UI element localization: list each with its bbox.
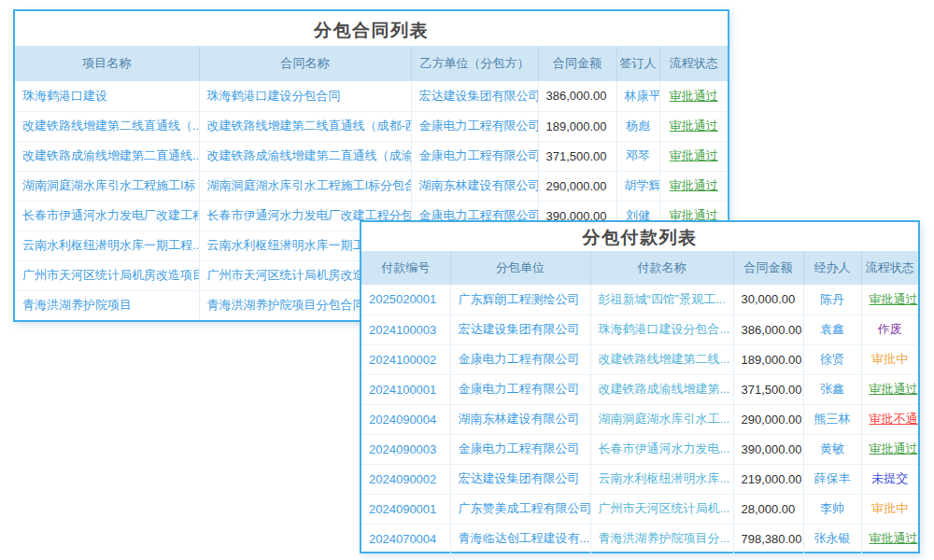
cell-payment-no[interactable]: 2024070004 — [361, 524, 450, 553]
cell-subcontractor-unit[interactable]: 湖南东林建设有限公司 — [450, 404, 590, 434]
cell-contract-amount: 390,000.00 — [733, 434, 803, 464]
cell-process-status[interactable]: 审批通过 — [659, 81, 728, 111]
cell-subcontractor-unit[interactable]: 宏达建设集团有限公司 — [450, 464, 590, 494]
cell-subcontractor-unit[interactable]: 广东赞美成工程有限公司 — [450, 494, 590, 524]
cell-project-name[interactable]: 广州市天河区统计局机房改造项目 — [15, 260, 199, 290]
payment-table-title: 分包付款列表 — [361, 222, 918, 251]
cell-process-status[interactable]: 审批中 — [861, 494, 918, 524]
cell-process-status[interactable]: 审批通过 — [861, 374, 918, 404]
cell-subcontractor-unit[interactable]: 宏达建设集团有限公司 — [450, 315, 590, 344]
cell-contract-amount: 30,000.00 — [733, 285, 803, 315]
table-row: 湖南洞庭湖水库引水工程施工I标湖南洞庭湖水库引水工程施工I标分包合同湖南东林建设… — [15, 171, 728, 201]
cell-signer[interactable]: 胡学辉 — [616, 171, 659, 201]
payment-table: 付款编号 分包单位 付款名称 合同金额 经办人 流程状态 2025020001广… — [361, 251, 918, 553]
cell-contract-name[interactable]: 珠海鹤港口建设分包合同 — [199, 81, 411, 111]
cell-contract-name[interactable]: 改建铁路线增建第二线直通线（成都-西... — [199, 111, 411, 141]
table-row: 改建铁路线增建第二线直通线（...改建铁路线增建第二线直通线（成都-西...金康… — [15, 111, 728, 141]
cell-project-name[interactable]: 改建铁路线增建第二线直通线（... — [15, 111, 199, 141]
col-party-b-unit: 乙方单位（分包方） — [411, 46, 538, 81]
table-row: 2024100001金康电力工程有限公司改建铁路成渝线增建第...371,500… — [361, 374, 918, 404]
cell-payment-no[interactable]: 2025020001 — [361, 285, 450, 315]
cell-contract-amount: 189,000.00 — [733, 344, 803, 374]
cell-handler[interactable]: 张永银 — [803, 524, 861, 553]
col-process-status: 流程状态 — [861, 251, 918, 285]
cell-payment-no[interactable]: 2024090003 — [361, 434, 450, 464]
cell-handler[interactable]: 熊三林 — [803, 404, 861, 434]
cell-contract-amount: 386,000.00 — [733, 315, 803, 344]
cell-signer[interactable]: 林康平 — [616, 81, 659, 111]
cell-project-name[interactable]: 青海洪湖养护院项目 — [15, 290, 199, 320]
cell-contract-amount: 290,000.00 — [538, 171, 616, 201]
cell-process-status[interactable]: 未提交 — [861, 464, 918, 494]
cell-handler[interactable]: 张鑫 — [803, 374, 861, 404]
cell-contract-amount: 290,000.00 — [733, 404, 803, 434]
col-handler: 经办人 — [803, 251, 861, 285]
cell-payment-no[interactable]: 2024090001 — [361, 494, 450, 524]
cell-payment-name[interactable]: 青海洪湖养护院项目分... — [590, 524, 733, 553]
cell-subcontractor-unit[interactable]: 青海临达创工程建设有... — [450, 524, 590, 553]
table-row: 2024090003金康电力工程有限公司长春市伊通河水力发电...390,000… — [361, 434, 918, 464]
cell-subcontractor-unit[interactable]: 广东辉朗工程测绘公司 — [450, 285, 590, 315]
cell-contract-amount: 798,380.00 — [733, 524, 803, 553]
cell-contract-name[interactable]: 湖南洞庭湖水库引水工程施工I标分包合同 — [199, 171, 411, 201]
cell-handler[interactable]: 薛保丰 — [803, 464, 861, 494]
cell-payment-name[interactable]: 改建铁路成渝线增建第... — [590, 374, 733, 404]
contract-table-title: 分包合同列表 — [15, 11, 728, 46]
cell-party-b-unit[interactable]: 金康电力工程有限公司 — [411, 111, 538, 141]
cell-party-b-unit[interactable]: 湖南东林建设有限公司 — [411, 171, 538, 201]
cell-project-name[interactable]: 珠海鹤港口建设 — [15, 81, 199, 111]
cell-process-status[interactable]: 审批通过 — [659, 111, 728, 141]
cell-handler[interactable]: 袁鑫 — [803, 315, 861, 344]
cell-process-status[interactable]: 审批不通过 — [861, 404, 918, 434]
cell-signer[interactable]: 杨彪 — [616, 111, 659, 141]
cell-payment-name[interactable]: 长春市伊通河水力发电... — [590, 434, 733, 464]
cell-process-status[interactable]: 审批通过 — [659, 141, 728, 171]
cell-handler[interactable]: 徐贤 — [803, 344, 861, 374]
col-signer: 签订人 — [616, 46, 659, 81]
cell-payment-no[interactable]: 2024090002 — [361, 464, 450, 494]
payment-table-header-row: 付款编号 分包单位 付款名称 合同金额 经办人 流程状态 — [361, 251, 918, 285]
table-row: 2025020001广东辉朗工程测绘公司彭祖新城“四馆”景观工...30,000… — [361, 285, 918, 315]
cell-payment-name[interactable]: 广州市天河区统计局机... — [590, 494, 733, 524]
cell-project-name[interactable]: 云南水利枢纽潜明水库一期工程... — [15, 231, 199, 260]
col-payment-no: 付款编号 — [361, 251, 450, 285]
cell-payment-name[interactable]: 云南水利枢纽潜明水库... — [590, 464, 733, 494]
subcontract-payment-table-panel: 分包付款列表 付款编号 分包单位 付款名称 合同金额 经办人 流程状态 2025… — [360, 220, 920, 553]
cell-payment-no[interactable]: 2024100001 — [361, 374, 450, 404]
table-row: 2024100003宏达建设集团有限公司珠海鹤港口建设分包合...386,000… — [361, 315, 918, 344]
cell-process-status[interactable]: 审批通过 — [861, 285, 918, 315]
cell-project-name[interactable]: 长春市伊通河水力发电厂改建工程 — [15, 201, 199, 231]
table-row: 2024100002金康电力工程有限公司改建铁路线增建第二线...189,000… — [361, 344, 918, 374]
col-contract-amount: 合同金额 — [733, 251, 803, 285]
cell-payment-no[interactable]: 2024090004 — [361, 404, 450, 434]
cell-process-status[interactable]: 审批通过 — [659, 171, 728, 201]
cell-process-status[interactable]: 作废 — [861, 315, 918, 344]
cell-process-status[interactable]: 审批通过 — [861, 524, 918, 553]
cell-project-name[interactable]: 湖南洞庭湖水库引水工程施工I标 — [15, 171, 199, 201]
cell-subcontractor-unit[interactable]: 金康电力工程有限公司 — [450, 434, 590, 464]
table-row: 2024070004青海临达创工程建设有...青海洪湖养护院项目分...798,… — [361, 524, 918, 553]
cell-handler[interactable]: 陈丹 — [803, 285, 861, 315]
cell-party-b-unit[interactable]: 金康电力工程有限公司 — [411, 141, 538, 171]
cell-payment-no[interactable]: 2024100003 — [361, 315, 450, 344]
cell-process-status[interactable]: 审批通过 — [861, 434, 918, 464]
cell-contract-name[interactable]: 改建铁路成渝线增建第二直通线（成渝... — [199, 141, 411, 171]
cell-subcontractor-unit[interactable]: 金康电力工程有限公司 — [450, 374, 590, 404]
cell-payment-name[interactable]: 珠海鹤港口建设分包合... — [590, 315, 733, 344]
table-row: 2024090002宏达建设集团有限公司云南水利枢纽潜明水库...219,000… — [361, 464, 918, 494]
cell-process-status[interactable]: 审批中 — [861, 344, 918, 374]
cell-payment-no[interactable]: 2024100002 — [361, 344, 450, 374]
cell-party-b-unit[interactable]: 宏达建设集团有限公司 — [411, 81, 538, 111]
cell-payment-name[interactable]: 改建铁路线增建第二线... — [590, 344, 733, 374]
cell-handler[interactable]: 李帅 — [803, 494, 861, 524]
col-contract-name: 合同名称 — [199, 46, 411, 81]
cell-payment-name[interactable]: 湖南洞庭湖水库引水工... — [590, 404, 733, 434]
table-row: 改建铁路成渝线增建第二直通线...改建铁路成渝线增建第二直通线（成渝...金康电… — [15, 141, 728, 171]
cell-handler[interactable]: 黄敏 — [803, 434, 861, 464]
cell-project-name[interactable]: 改建铁路成渝线增建第二直通线... — [15, 141, 199, 171]
cell-subcontractor-unit[interactable]: 金康电力工程有限公司 — [450, 344, 590, 374]
contract-table-header-row: 项目名称 合同名称 乙方单位（分包方） 合同金额 签订人 流程状态 — [15, 46, 728, 81]
cell-payment-name[interactable]: 彭祖新城“四馆”景观工... — [590, 285, 733, 315]
col-payment-name: 付款名称 — [590, 251, 733, 285]
cell-signer[interactable]: 邓琴 — [616, 141, 659, 171]
